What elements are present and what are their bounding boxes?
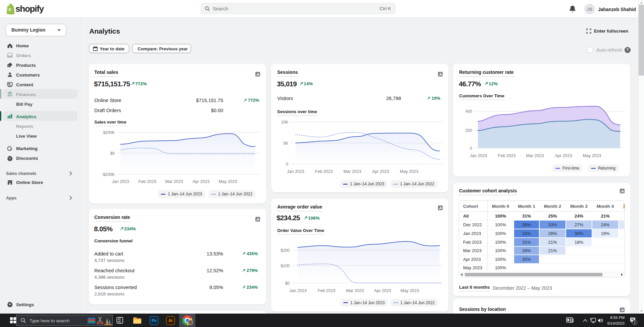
svg-text:200: 200 <box>465 128 472 133</box>
svg-text:$100: $100 <box>281 264 290 268</box>
svg-text:Apr 2023: Apr 2023 <box>555 153 572 158</box>
svg-text:May 2023: May 2023 <box>400 169 418 174</box>
svg-text:Feb 2023: Feb 2023 <box>315 169 333 174</box>
svg-text:Mar 2023: Mar 2023 <box>346 288 364 293</box>
svg-text:Mar 2023: Mar 2023 <box>165 179 183 184</box>
svg-text:$0: $0 <box>110 151 115 156</box>
svg-text:Mar 2023: Mar 2023 <box>526 153 544 158</box>
svg-text:$0: $0 <box>285 281 290 286</box>
svg-text:400: 400 <box>465 109 472 114</box>
svg-text:$200K: $200K <box>103 130 115 135</box>
svg-text:Feb 2023: Feb 2023 <box>498 153 516 158</box>
svg-text:May 2023: May 2023 <box>219 179 237 184</box>
svg-text:Feb 2023: Feb 2023 <box>318 288 336 293</box>
svg-text:May 2023: May 2023 <box>401 288 419 293</box>
svg-text:$200: $200 <box>281 248 290 253</box>
svg-text:Jan 2023: Jan 2023 <box>289 288 306 293</box>
svg-text:Apr 2023: Apr 2023 <box>372 169 389 174</box>
svg-text:5K: 5K <box>283 141 288 146</box>
svg-text:Apr 2023: Apr 2023 <box>374 288 391 293</box>
svg-text:Mar 2023: Mar 2023 <box>344 169 361 174</box>
svg-text:Jan 2023: Jan 2023 <box>112 179 129 184</box>
svg-text:Jan 2023: Jan 2023 <box>287 169 304 174</box>
svg-text:-$200K: -$200K <box>102 172 115 177</box>
svg-text:0: 0 <box>286 162 288 167</box>
svg-text:0: 0 <box>470 146 472 151</box>
svg-text:Jan 2023: Jan 2023 <box>470 153 487 158</box>
svg-text:S: S <box>8 7 11 12</box>
svg-text:Apr 2023: Apr 2023 <box>193 179 210 184</box>
svg-text:May 2023: May 2023 <box>583 153 601 158</box>
svg-text:10K: 10K <box>281 120 288 125</box>
svg-text:Feb 2023: Feb 2023 <box>139 179 156 184</box>
